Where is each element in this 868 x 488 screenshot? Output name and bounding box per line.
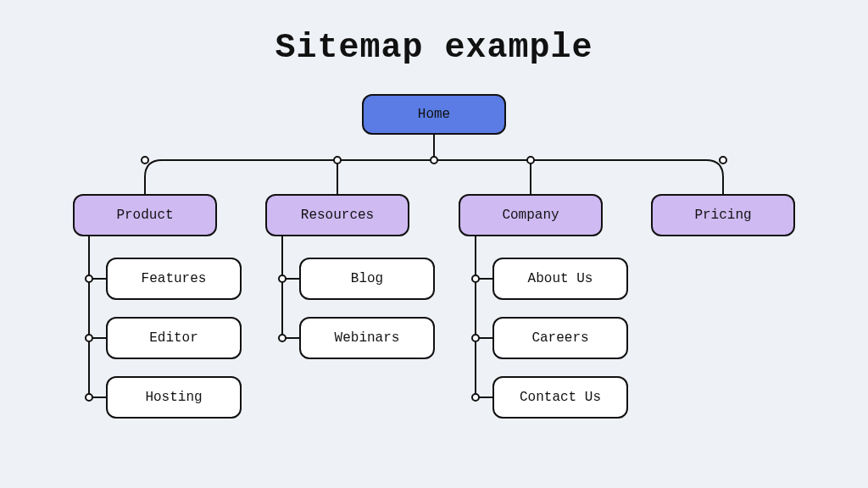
node-hosting: Hosting [106, 376, 242, 419]
svg-point-20 [472, 394, 479, 401]
node-blog: Blog [299, 258, 435, 300]
node-pricing: Pricing [651, 194, 795, 236]
node-features: Features [106, 258, 242, 300]
node-label: Hosting [145, 390, 202, 405]
node-label: Webinars [335, 330, 400, 346]
svg-point-15 [279, 275, 286, 282]
node-webinars: Webinars [299, 317, 435, 359]
node-label: Editor [149, 330, 198, 346]
svg-point-8 [527, 157, 534, 164]
svg-point-11 [86, 275, 92, 282]
sitemap-diagram: Home Product Resources Company Pricing F… [0, 67, 868, 488]
node-about-us: About Us [492, 258, 628, 300]
svg-point-12 [86, 335, 92, 341]
node-home: Home [362, 94, 506, 135]
svg-point-9 [720, 157, 726, 164]
node-label: About Us [528, 271, 593, 286]
node-contact-us: Contact Us [492, 376, 628, 419]
svg-point-5 [142, 157, 148, 164]
page-title: Sitemap example [0, 0, 868, 67]
node-product: Product [73, 194, 217, 236]
node-careers: Careers [492, 317, 628, 359]
node-label: Blog [351, 271, 383, 286]
svg-point-18 [472, 275, 479, 282]
node-label: Product [116, 208, 173, 223]
svg-point-7 [431, 157, 437, 164]
node-label: Resources [301, 208, 374, 223]
node-resources: Resources [265, 194, 409, 236]
svg-point-16 [279, 335, 286, 341]
node-label: Pricing [694, 208, 751, 223]
node-label: Company [502, 208, 559, 223]
svg-point-13 [86, 394, 92, 401]
node-label: Features [142, 271, 207, 286]
node-label: Home [418, 107, 450, 122]
node-label: Careers [531, 330, 588, 346]
node-company: Company [459, 194, 603, 236]
svg-point-19 [472, 335, 479, 341]
svg-point-6 [334, 157, 341, 164]
node-label: Contact Us [520, 390, 601, 405]
node-editor: Editor [106, 317, 242, 359]
